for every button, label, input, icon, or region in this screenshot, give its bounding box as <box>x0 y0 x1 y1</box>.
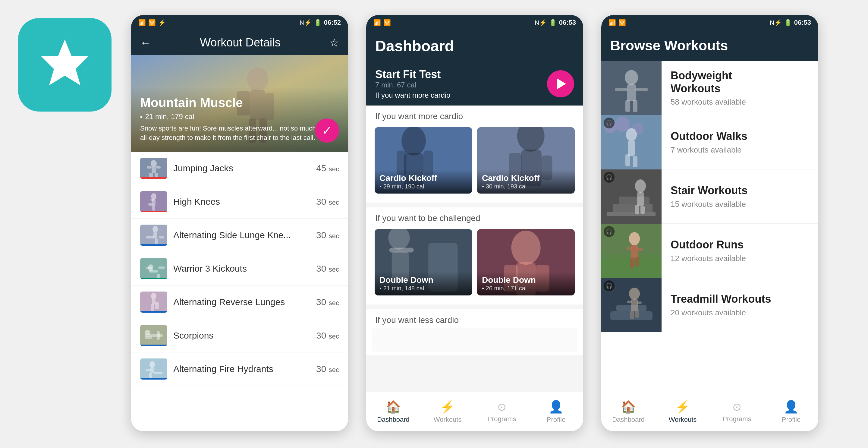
workout-hero: Mountain Muscle ▪ 21 min, 179 cal Snow s… <box>131 55 348 152</box>
svg-rect-106 <box>627 301 632 303</box>
browse-info-1: BodyweightWorkouts 58 workouts available <box>661 69 818 107</box>
svg-point-80 <box>626 128 637 141</box>
svg-rect-32 <box>157 274 160 278</box>
phone-dashboard: 📶 🛜 N⚡ 🔋 06:53 Dashboard Start Fit Test … <box>366 15 583 431</box>
phone-browse: 📶 🛜 N⚡ 🔋 06:53 Browse Workouts <box>601 15 818 431</box>
workout-card-2[interactable]: Cardio Kickoff ▪ 30 min, 193 cal <box>477 127 575 193</box>
card-overlay-1: Cardio Kickoff ▪ 29 min, 190 cal <box>375 170 472 193</box>
list-item[interactable]: BodyweightWorkouts 58 workouts available <box>601 61 818 115</box>
exercise-duration-4: 30 sec <box>316 264 339 274</box>
favorite-button[interactable]: ☆ <box>330 36 339 49</box>
status-time-3: 06:53 <box>794 19 811 27</box>
nav-item-programs-3[interactable]: ⊙ Programs <box>710 401 764 423</box>
browse-thumb-2: 🎧 <box>601 115 661 170</box>
list-item[interactable]: 🎧 Stair Workouts 15 workouts available <box>601 170 818 224</box>
nav-item-workouts-3[interactable]: ⚡ Workouts <box>655 400 710 424</box>
svg-rect-105 <box>631 299 638 311</box>
svg-rect-83 <box>633 156 638 167</box>
exercise-duration-7: 30 sec <box>316 364 339 374</box>
battery-icon-2: 🔋 <box>549 19 557 26</box>
svg-rect-73 <box>635 88 648 91</box>
list-item[interactable]: 🎧 Outdoor Runs 12 workouts available <box>601 224 818 278</box>
svg-point-78 <box>615 117 630 132</box>
svg-rect-87 <box>619 197 650 204</box>
svg-point-22 <box>153 226 158 233</box>
svg-rect-108 <box>630 310 634 319</box>
workouts-icon-2: ⚡ <box>440 400 455 414</box>
exercise-duration-3: 30 sec <box>316 230 339 240</box>
exercise-duration-6: 30 sec <box>316 330 339 341</box>
dashboard-section-1: If you want more cardio Cardio Kickoff <box>366 106 583 203</box>
card-title-1: Cardio Kickoff <box>379 173 467 183</box>
list-item[interactable]: Warrior 3 Kickouts 30 sec <box>131 252 348 286</box>
svg-point-65 <box>511 231 540 265</box>
list-item[interactable]: Jumping Jacks 45 sec <box>131 152 348 185</box>
browse-item-title-1: BodyweightWorkouts <box>671 69 809 95</box>
exercise-thumb-4 <box>140 258 167 279</box>
browse-thumb-5: 🎧 <box>601 278 661 332</box>
list-item[interactable]: Alternating Fire Hydrants 30 sec <box>131 352 348 386</box>
nav-item-profile-2[interactable]: 👤 Profile <box>529 400 583 424</box>
dashboard-scroll[interactable]: If you want more cardio Cardio Kickoff <box>366 106 583 392</box>
workout-title: Mountain Muscle <box>140 96 339 110</box>
exercise-name-3: Alternating Side Lunge Kne... <box>173 230 310 240</box>
svg-rect-11 <box>147 166 152 169</box>
workout-card-3[interactable]: Double Down ▪ 21 min, 148 cal <box>375 229 472 295</box>
browse-info-5: Treadmill Workouts 20 workouts available <box>661 293 818 317</box>
signal-icon: 📶 <box>138 19 146 26</box>
browse-item-count-2: 7 workouts available <box>671 145 809 155</box>
exercise-thumb-2 <box>140 191 167 212</box>
browse-list[interactable]: BodyweightWorkouts 58 workouts available <box>601 61 818 392</box>
back-button[interactable]: ← <box>140 36 151 49</box>
svg-rect-42 <box>157 331 160 340</box>
bottom-nav-3: 🏠 Dashboard ⚡ Workouts ⊙ Programs 👤 Prof… <box>601 392 818 431</box>
nav-label-workouts-3: Workouts <box>669 416 697 424</box>
fit-test-card[interactable]: Start Fit Test 7 min, 67 cal If you want… <box>366 62 583 106</box>
nav-label-profile-2: Profile <box>547 416 565 424</box>
nav-item-dashboard-3[interactable]: 🏠 Dashboard <box>601 400 655 424</box>
list-item[interactable]: 🎧 Outdoor Walks 7 workouts available <box>601 115 818 170</box>
section-header-2: If you want to be challenged <box>366 207 583 226</box>
card-meta-2: ▪ 30 min, 193 cal <box>482 183 570 190</box>
svg-rect-71 <box>627 84 636 101</box>
nav-item-workouts-2[interactable]: ⚡ Workouts <box>421 400 475 424</box>
bottom-nav-2: 🏠 Dashboard ⚡ Workouts ⊙ Programs 👤 Prof… <box>366 392 583 431</box>
svg-rect-13 <box>149 173 153 178</box>
list-item[interactable]: Scorpions 30 sec <box>131 319 348 352</box>
exercise-name-6: Scorpions <box>173 330 310 341</box>
svg-rect-14 <box>155 173 158 178</box>
nav-item-profile-3[interactable]: 👤 Profile <box>764 400 818 424</box>
list-item[interactable]: 🎧 Treadmill Workouts 20 workouts availab… <box>601 278 818 332</box>
page-title-1: Workout Details <box>200 36 281 49</box>
card-overlay-2: Cardio Kickoff ▪ 30 min, 193 cal <box>477 170 575 193</box>
home-icon-3: 🏠 <box>621 400 636 414</box>
nav-label-workouts-2: Workouts <box>434 416 462 424</box>
browse-header: Browse Workouts <box>601 30 818 61</box>
phones-wrapper: 📶 🛜 ⚡ N⚡ 🔋 06:52 ← Workout Details ☆ <box>96 15 853 431</box>
svg-rect-19 <box>152 205 155 211</box>
workout-card-1[interactable]: Cardio Kickoff ▪ 29 min, 190 cal <box>375 127 472 193</box>
workout-hero-overlay: Mountain Muscle ▪ 21 min, 179 cal Snow s… <box>131 87 348 152</box>
status-bar-2: 📶 🛜 N⚡ 🔋 06:53 <box>366 15 583 30</box>
programs-icon-2: ⊙ <box>497 401 506 413</box>
star-icon <box>35 35 95 95</box>
status-bar-1: 📶 🛜 ⚡ N⚡ 🔋 06:52 <box>131 15 348 30</box>
svg-rect-85 <box>607 212 655 216</box>
card-overlay-3: Double Down ▪ 21 min, 148 cal <box>375 272 472 295</box>
fit-test-meta: 7 min, 67 cal <box>375 81 450 89</box>
svg-rect-47 <box>154 372 162 374</box>
nfc-icon-2: N⚡ <box>535 19 547 26</box>
signal-icon-3: 📶 <box>609 19 616 26</box>
list-item[interactable]: Alternating Side Lunge Kne... 30 sec <box>131 218 348 252</box>
completion-check[interactable]: ✓ <box>315 118 339 143</box>
nav-item-dashboard-2[interactable]: 🏠 Dashboard <box>366 400 421 424</box>
list-item[interactable]: High Knees 30 sec <box>131 185 348 218</box>
nav-item-programs-2[interactable]: ⊙ Programs <box>475 401 529 423</box>
status-time-1: 06:52 <box>324 19 341 27</box>
svg-rect-29 <box>149 270 158 272</box>
svg-rect-18 <box>150 199 154 201</box>
list-item[interactable]: Alternating Reverse Lunges 30 sec <box>131 286 348 319</box>
svg-rect-100 <box>635 257 639 267</box>
play-button[interactable] <box>547 70 574 97</box>
workout-card-4[interactable]: Double Down ▪ 26 min, 171 cal <box>477 229 575 295</box>
